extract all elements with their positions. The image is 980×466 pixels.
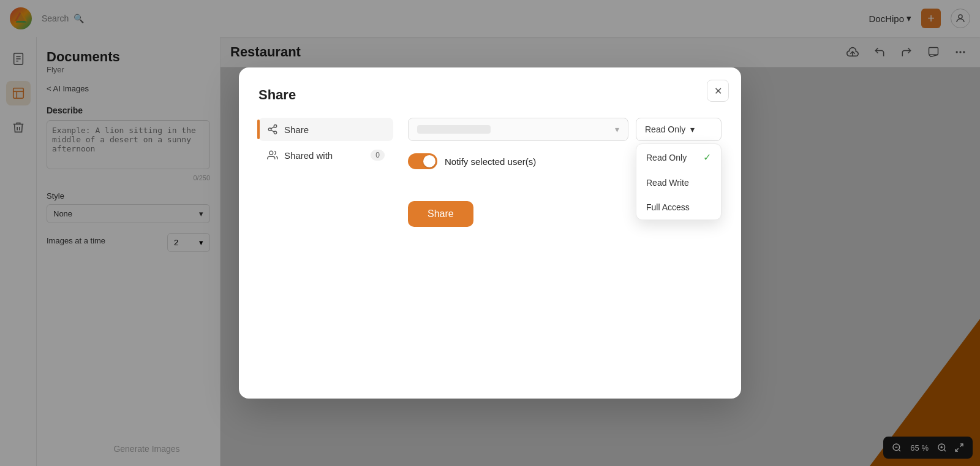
search-chevron-icon: ▾ <box>615 124 619 134</box>
permission-select[interactable]: Read Only ▾ <box>636 118 722 141</box>
share-submit-button[interactable]: Share <box>408 201 473 227</box>
share-icon <box>267 124 278 135</box>
dropdown-option-read-only[interactable]: Read Only ✓ <box>636 144 721 170</box>
modal-close-button[interactable]: ✕ <box>707 80 729 102</box>
dropdown-option-read-write-label: Read Write <box>646 178 689 188</box>
modal-tab-share-label: Share <box>284 124 309 135</box>
notify-label: Notify selected user(s) <box>445 156 536 167</box>
dropdown-option-read-only-label: Read Only <box>646 153 687 162</box>
svg-line-28 <box>271 130 274 132</box>
dropdown-option-full-access-label: Full Access <box>646 202 690 212</box>
shared-with-badge: 0 <box>371 150 385 161</box>
blurred-email <box>417 125 491 134</box>
share-modal: Share ✕ Share Shared with 0 <box>239 67 741 399</box>
modal-tab-share[interactable]: Share <box>258 118 393 141</box>
dropdown-option-read-write[interactable]: Read Write <box>636 170 721 195</box>
share-input-row: ▾ Read Only ▾ Read Only ✓ <box>408 118 722 141</box>
share-search-input[interactable]: ▾ <box>408 118 628 141</box>
svg-point-27 <box>274 131 277 134</box>
permission-dropdown-wrapper: Read Only ▾ Read Only ✓ Read Write <box>636 118 722 141</box>
permission-label: Read Only <box>645 124 685 134</box>
dropdown-option-full-access[interactable]: Full Access <box>636 195 721 220</box>
active-indicator <box>257 120 260 139</box>
modal-overlay: Share ✕ Share Shared with 0 <box>0 0 980 466</box>
notify-toggle[interactable] <box>408 153 437 169</box>
modal-sidebar: Share Shared with 0 <box>258 118 393 227</box>
svg-point-30 <box>270 151 273 155</box>
checkmark-icon: ✓ <box>703 151 711 163</box>
modal-tab-shared-with[interactable]: Shared with 0 <box>258 143 393 167</box>
svg-line-29 <box>271 127 274 129</box>
modal-tab-shared-with-label: Shared with <box>284 150 333 161</box>
permission-chevron-icon: ▾ <box>690 124 695 134</box>
modal-main: ▾ Read Only ▾ Read Only ✓ <box>408 118 722 227</box>
modal-body: Share Shared with 0 ▾ <box>258 118 722 227</box>
svg-point-26 <box>268 128 271 131</box>
permission-dropdown-menu: Read Only ✓ Read Write Full Access <box>636 143 722 220</box>
toggle-thumb <box>423 155 435 167</box>
svg-point-25 <box>274 125 277 128</box>
shared-with-icon <box>267 150 278 161</box>
modal-title: Share <box>258 87 722 103</box>
